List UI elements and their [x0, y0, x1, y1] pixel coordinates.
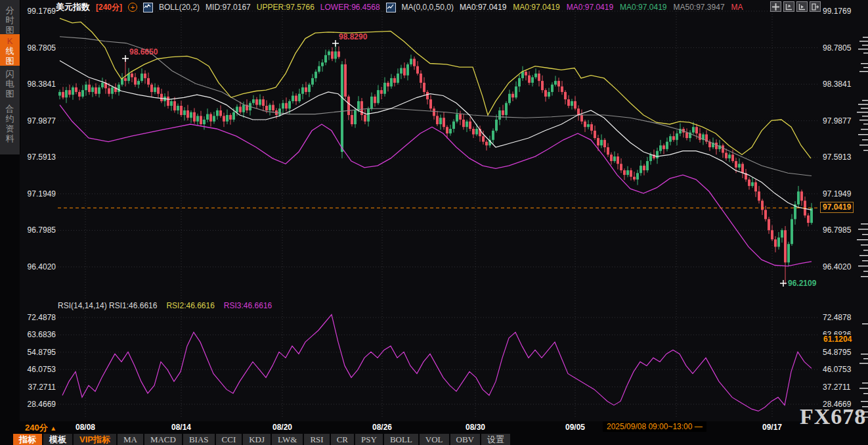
candle-body	[787, 244, 790, 262]
period-badge: [240分]	[96, 2, 122, 13]
toolbar-button-CR[interactable]: CR	[331, 434, 354, 445]
price-axis-label-right: 96.7985	[823, 225, 851, 235]
ma-indicator-icon[interactable]	[386, 3, 396, 12]
price-axis-label-right: 97.1949	[823, 189, 851, 199]
candle-body	[515, 87, 517, 98]
toolbar-button-PSY[interactable]: PSY	[355, 434, 383, 445]
candle-body	[58, 92, 61, 96]
candle-body	[400, 68, 402, 73]
toolbar-button-LW&[interactable]: LW&	[272, 434, 303, 445]
candle-body	[259, 99, 261, 105]
ma-value: MA0:97.0419	[460, 3, 506, 12]
volume-profile-dash	[863, 124, 868, 124]
toolbar-button-指标[interactable]: 指标	[13, 434, 42, 445]
boll-indicator-icon[interactable]	[143, 3, 153, 12]
candle-body	[741, 164, 744, 173]
price-axis-label-left: 97.5913	[22, 152, 56, 162]
candle-body	[318, 66, 320, 72]
add-indicator-icon[interactable]: +	[128, 3, 137, 12]
rsi-axis-label-left: 54.8795	[22, 348, 56, 357]
candle-body	[186, 110, 189, 118]
candle-body	[337, 51, 340, 57]
candle-body	[643, 166, 645, 170]
candle-body	[649, 154, 652, 161]
candle-body	[452, 122, 455, 129]
candle-body	[278, 108, 281, 115]
toolbar-button-BOLL[interactable]: BOLL	[384, 434, 418, 445]
candle-body	[183, 110, 186, 115]
toolbar-button-VIP指标[interactable]: VIP指标	[74, 434, 116, 445]
chart-canvas[interactable]	[0, 0, 868, 445]
toolbar-button-设置[interactable]: 设置	[481, 434, 510, 445]
period-selector[interactable]: 240分 ▲	[25, 422, 56, 434]
volume-profile-dash	[859, 71, 868, 72]
candle-body	[699, 133, 701, 140]
price-axis-label-left: 98.7805	[22, 43, 56, 53]
toolbar-button-OBV[interactable]: OBV	[450, 434, 480, 445]
boll-mid-value: MID:97.0167	[206, 3, 251, 12]
exit-fullscreen-icon[interactable]	[810, 1, 821, 12]
candle-body	[791, 219, 793, 244]
candle-body	[810, 208, 813, 223]
candle-body	[357, 101, 360, 110]
pan-crosshair-icon[interactable]	[770, 1, 781, 12]
candle-body	[735, 161, 737, 168]
volume-profile-dash	[863, 53, 868, 53]
volume-profile-dash	[861, 129, 868, 129]
candle-body	[613, 156, 616, 161]
boll-upper-value: UPPER:97.5766	[257, 3, 315, 12]
rsi-axis-label-right: 54.8795	[823, 348, 851, 357]
candle-body	[269, 105, 271, 110]
candle-body	[640, 166, 642, 173]
candle-body	[403, 68, 406, 75]
toolbar-button-CCI[interactable]: CCI	[216, 434, 242, 445]
zoom-out-axis-icon[interactable]	[783, 1, 794, 12]
candle-body	[423, 83, 425, 92]
toolbar-button-KDJ[interactable]: KDJ	[243, 434, 271, 445]
sidebar-tab[interactable]: 合约资料	[0, 102, 20, 143]
candle-body	[462, 120, 465, 127]
candle-body	[508, 94, 511, 103]
rsi-label: RSI(14,14,14) RSI1:46.6616	[58, 301, 157, 310]
candle-body	[695, 127, 698, 133]
candle-body	[160, 94, 163, 101]
candle-body	[626, 170, 629, 175]
candle-body	[367, 108, 370, 122]
candle-body	[167, 97, 169, 106]
candle-body	[78, 92, 81, 97]
candle-body	[584, 122, 586, 127]
toolbar-button-RSI[interactable]: RSI	[304, 434, 329, 445]
candle-body	[574, 101, 576, 108]
candle-body	[567, 99, 570, 106]
volume-profile-dash	[863, 150, 868, 151]
zoom-in-axis-icon[interactable]	[796, 1, 808, 12]
candle-body	[354, 110, 357, 124]
candle-body	[334, 51, 337, 59]
candle-body	[774, 239, 777, 246]
price-axis-label-right: 98.3841	[823, 80, 851, 89]
price-axis-label-left: 96.7985	[22, 225, 56, 235]
price-axis-label-right: 98.7805	[823, 43, 851, 53]
volume-profile-dash	[859, 145, 868, 145]
candle-body	[534, 74, 537, 78]
candle-body	[288, 101, 291, 108]
toolbar-button-模板[interactable]: 模板	[43, 434, 72, 445]
candle-body	[141, 74, 143, 81]
volume-profile-dash	[857, 239, 868, 240]
candle-body	[232, 112, 235, 120]
candle-body	[561, 87, 563, 92]
toolbar-button-BIAS[interactable]: BIAS	[183, 434, 215, 445]
sidebar-tab[interactable]: 分时图	[0, 3, 20, 35]
time-axis-row: 240分 ▲ 2025/09/08 09:00~13:00 —	[0, 421, 868, 433]
sidebar-tab[interactable]: K线图	[0, 34, 20, 66]
candle-body	[551, 85, 553, 92]
candle-body	[656, 151, 659, 158]
toolbar-button-MA[interactable]: MA	[118, 434, 143, 445]
candle-body	[725, 152, 727, 158]
toolbar-button-MACD[interactable]: MACD	[144, 434, 182, 445]
candle-body	[213, 116, 215, 121]
sidebar-tab[interactable]: 闪电图	[0, 67, 20, 99]
volume-profile-dash	[859, 363, 868, 363]
candle-body	[722, 145, 724, 152]
toolbar-button-VOL[interactable]: VOL	[420, 434, 449, 445]
